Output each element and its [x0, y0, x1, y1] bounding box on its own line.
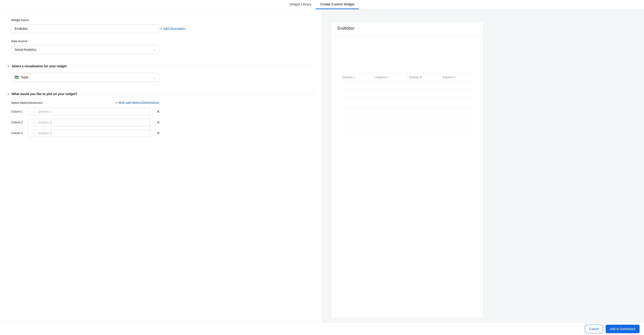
plot-section-title: What would you like to plot on your widg… — [12, 92, 77, 96]
column-input-wrap[interactable]: ⋮⋮ — [28, 108, 150, 116]
metric-row: Column 3 ⋮⋮ ✕ — [11, 129, 168, 137]
close-icon[interactable]: ✕ — [156, 119, 161, 126]
preview-table: Column 1 Column 2 Column 3 Column 4 — [340, 73, 474, 133]
table-icon — [14, 76, 18, 79]
column-2-input[interactable] — [38, 121, 148, 124]
drag-handle-icon[interactable]: ⋮⋮ — [31, 132, 36, 135]
table-header-cell: Column 3 — [407, 73, 441, 81]
table-row — [340, 90, 474, 99]
preview-card: Evoltobor Column 1 Column 2 Column 3 Col… — [331, 22, 483, 318]
caret-down-icon[interactable]: ▼ — [7, 93, 10, 95]
footer: Cancel Add to Dashboard — [0, 322, 644, 335]
select-metric-label: Select Metric/Dimension — [11, 101, 42, 105]
preview-title: Evoltobor — [331, 22, 483, 35]
column-label: Column 1 — [11, 110, 24, 113]
caret-down-icon[interactable]: ▼ — [7, 65, 10, 68]
widget-name-input[interactable] — [11, 24, 159, 33]
table-row — [340, 124, 474, 133]
column-label: Column 2 — [11, 121, 24, 124]
drag-handle-icon[interactable]: ⋮⋮ — [31, 110, 36, 114]
tabs-header: Widget Library Create Custom Widget — [0, 0, 644, 10]
close-icon[interactable]: ✕ — [156, 108, 161, 115]
widget-name-label: Widget Name — [11, 18, 315, 22]
column-label: Column 3 — [11, 132, 24, 135]
chevron-down-icon: ⌄ — [154, 48, 156, 51]
drag-handle-icon[interactable]: ⋮⋮ — [31, 121, 36, 124]
tab-widget-library[interactable]: Widget Library — [285, 0, 316, 9]
cancel-button[interactable]: Cancel — [585, 325, 603, 333]
add-description-label: Add Description — [163, 27, 186, 31]
metric-row: Column 2 ⋮⋮ ✕ — [11, 119, 168, 126]
column-3-input[interactable] — [38, 131, 148, 135]
table-header-row: Column 1 Column 2 Column 3 Column 4 — [340, 73, 474, 82]
bulk-add-label: Bulk add Metrics/Dimensions — [118, 101, 159, 105]
table-header-cell: Column 2 — [374, 73, 407, 81]
plus-icon: + — [160, 27, 162, 31]
table-row — [340, 107, 474, 116]
viz-section-title: Select a visualization for your widget — [12, 64, 67, 68]
form-panel: Widget Name + Add Description Data Sourc… — [0, 10, 322, 322]
add-description-link[interactable]: + Add Description — [160, 27, 186, 31]
table-row — [340, 99, 474, 107]
column-input-wrap[interactable]: ⋮⋮ — [28, 129, 150, 137]
divider — [71, 66, 315, 66]
bulk-add-link[interactable]: + Bulk add Metrics/Dimensions — [115, 101, 159, 105]
chevron-down-icon: ⌄ — [154, 76, 156, 79]
visualization-value: Table — [21, 76, 28, 79]
table-row — [340, 82, 474, 90]
required-icon: * — [28, 40, 29, 43]
data-source-select[interactable]: Social Analytics ⌄ — [11, 45, 159, 54]
preview-panel: Evoltobor Column 1 Column 2 Column 3 Col… — [322, 10, 644, 322]
close-icon[interactable]: ✕ — [156, 130, 161, 137]
add-to-dashboard-button[interactable]: Add to Dashboard — [606, 325, 640, 333]
table-row — [340, 116, 474, 124]
table-header-cell: Column 1 — [340, 73, 374, 81]
data-source-label: Data Source* — [11, 40, 315, 43]
tab-create-custom-widget[interactable]: Create Custom Widget — [316, 0, 359, 9]
column-input-wrap[interactable]: ⋮⋮ — [28, 119, 150, 126]
column-1-input[interactable] — [38, 110, 148, 114]
table-header-cell: Column 4 — [441, 73, 474, 81]
plus-icon: + — [115, 101, 117, 105]
data-source-value: Social Analytics — [14, 48, 36, 51]
visualization-select[interactable]: Table ⌄ — [11, 73, 159, 82]
metric-row: Column 1 ⋮⋮ ✕ — [11, 108, 168, 116]
